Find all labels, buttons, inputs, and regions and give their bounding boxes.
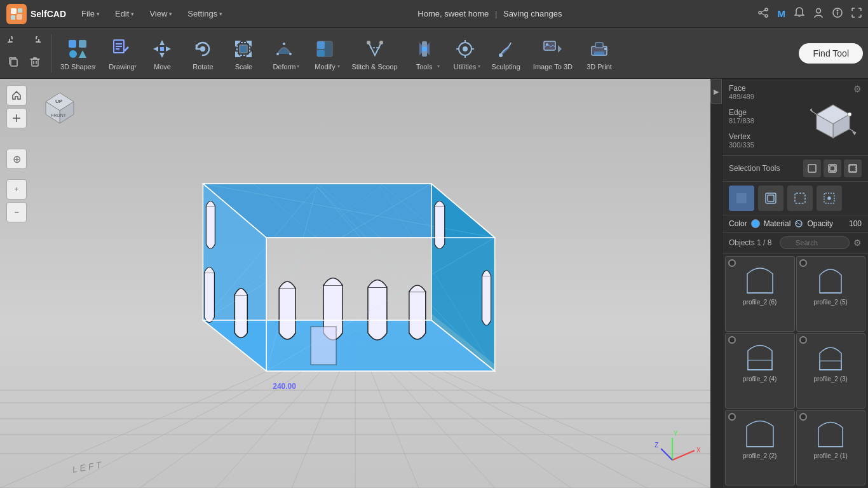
select-vertex-icon[interactable] xyxy=(844,159,862,177)
tool-3d-shapes[interactable]: 3D Shapes ▾ xyxy=(54,34,101,73)
svg-rect-1 xyxy=(18,8,22,13)
tool-utilities[interactable]: Utilities ▾ xyxy=(445,34,485,73)
user-icon[interactable] xyxy=(813,7,824,21)
copy-button[interactable] xyxy=(5,55,22,72)
edge-item: Edge 817/838 xyxy=(729,108,754,125)
panel-toggle[interactable]: ▶ xyxy=(710,79,722,104)
tool-deform[interactable]: Deform ▾ xyxy=(264,34,304,73)
material-label: Material xyxy=(764,219,791,228)
fullscreen-icon[interactable] xyxy=(851,8,862,20)
svg-point-134 xyxy=(828,197,831,200)
viewport-bg: LEFT 240.00 X Y Z xyxy=(0,79,710,488)
tool-modify[interactable]: Modify ▾ xyxy=(304,34,345,73)
object-select-1 xyxy=(728,259,736,267)
3d-shapes-icon xyxy=(65,36,90,62)
svg-text:X: X xyxy=(696,447,701,454)
tool-tools[interactable]: Tools ▾ xyxy=(404,34,445,73)
object-thumb-6[interactable]: profile_2 (1) xyxy=(796,410,866,485)
tool-move-label: Move xyxy=(154,63,171,71)
tool-move[interactable]: Move xyxy=(142,34,182,73)
selection-icons xyxy=(803,159,862,177)
tool-image-to-3d[interactable]: Image To 3D xyxy=(527,34,579,73)
app-name: SelfCAD xyxy=(31,9,66,19)
tool-utilities-label: Utilities xyxy=(454,63,476,71)
cube-gizmo[interactable]: UP FRONT xyxy=(34,85,85,139)
objects-settings-icon[interactable]: ⚙ xyxy=(853,238,862,248)
tool-sculpting-label: Sculpting xyxy=(492,63,520,71)
deform-icon xyxy=(271,36,297,62)
logo-area: SelfCAD xyxy=(6,4,66,24)
svg-rect-128 xyxy=(850,165,856,172)
center-view-button[interactable] xyxy=(6,108,27,128)
modify-icon xyxy=(312,36,337,62)
face-value: 489/489 xyxy=(729,93,754,100)
panel-settings-icon[interactable]: ⚙ xyxy=(853,84,862,94)
menu-edit[interactable]: Edit ▾ xyxy=(109,6,140,21)
color-dot[interactable] xyxy=(751,219,760,228)
delete-button[interactable] xyxy=(27,55,43,72)
info-icon[interactable] xyxy=(832,8,843,20)
object-preview-3 xyxy=(735,336,785,374)
svg-rect-124 xyxy=(808,165,816,172)
object-label-3: profile_2 (4) xyxy=(743,376,776,383)
svg-marker-121 xyxy=(810,108,813,112)
find-tool-button[interactable]: Find Tool xyxy=(799,43,863,64)
tool-drawing[interactable]: Drawing ▾ xyxy=(101,34,142,73)
bounding-mode[interactable] xyxy=(787,186,813,211)
solid-mode[interactable] xyxy=(729,186,754,211)
vertex-item: Vertex 300/335 xyxy=(729,132,754,149)
tool-3d-print[interactable]: 3D Print xyxy=(579,34,620,73)
svg-point-46 xyxy=(422,46,427,51)
menu-settings[interactable]: Settings ▾ xyxy=(181,6,229,21)
svg-text:Y: Y xyxy=(674,430,678,437)
svg-point-119 xyxy=(848,112,851,116)
wireframe-mode[interactable] xyxy=(758,186,783,211)
svg-rect-141 xyxy=(820,361,841,370)
tool-scale[interactable]: Scale xyxy=(223,34,264,73)
menu-view[interactable]: View ▾ xyxy=(143,6,179,21)
face-item: Face 489/489 xyxy=(729,84,754,100)
object-select-2 xyxy=(799,259,807,267)
viewport-controls xyxy=(6,85,27,128)
search-input[interactable] xyxy=(780,236,850,249)
point-mode[interactable] xyxy=(817,186,842,211)
object-thumb-3[interactable]: profile_2 (4) xyxy=(725,333,795,409)
svg-marker-28 xyxy=(166,46,171,51)
svg-text:Z: Z xyxy=(654,442,658,449)
right-panel: Face 489/489 Edge 817/838 Vertex 300/335… xyxy=(722,79,868,488)
tool-rotate[interactable]: Rotate xyxy=(182,34,223,73)
top-menubar: SelfCAD File ▾ Edit ▾ View ▾ Settings ▾ … xyxy=(0,0,868,28)
redo-button[interactable] xyxy=(27,35,43,52)
object-thumb-4[interactable]: profile_2 (3) xyxy=(796,333,866,409)
object-thumb-2[interactable]: profile_2 (5) xyxy=(796,256,866,332)
bell-icon[interactable] xyxy=(794,7,804,21)
viewport[interactable]: LEFT 240.00 X Y Z xyxy=(0,79,710,488)
svg-line-8 xyxy=(761,13,765,15)
svg-rect-58 xyxy=(595,43,603,48)
menu-file[interactable]: File ▾ xyxy=(75,6,106,21)
edge-value: 817/838 xyxy=(729,117,754,125)
tool-modify-label: Modify xyxy=(315,63,335,71)
rotate-icon xyxy=(190,36,215,62)
object-thumb-5[interactable]: profile_2 (2) xyxy=(725,410,795,485)
object-select-3 xyxy=(728,336,736,344)
svg-marker-26 xyxy=(159,53,165,58)
fev-section: Face 489/489 Edge 817/838 Vertex 300/335… xyxy=(722,79,868,156)
undo-button[interactable] xyxy=(5,35,22,52)
select-edge-icon[interactable] xyxy=(824,159,841,177)
tool-stitch-scoop[interactable]: Stitch & Scoop xyxy=(345,34,403,73)
zoom-out-button[interactable]: − xyxy=(6,202,27,222)
zoom-button[interactable]: + xyxy=(6,179,27,200)
m-icon[interactable]: M xyxy=(778,8,786,19)
pan-button[interactable]: ⊕ xyxy=(6,149,27,169)
object-thumb-1[interactable]: profile_2 (6) xyxy=(725,256,795,332)
object-preview-6 xyxy=(805,413,856,451)
svg-rect-126 xyxy=(830,166,835,171)
share-icon[interactable] xyxy=(757,8,769,20)
tool-3d-shapes-label: 3D Shapes xyxy=(60,63,95,71)
home-view-button[interactable] xyxy=(6,85,27,105)
select-face-icon[interactable] xyxy=(803,159,821,177)
svg-point-9 xyxy=(817,8,821,13)
svg-rect-129 xyxy=(736,193,747,203)
tool-sculpting[interactable]: Sculpting xyxy=(485,34,527,73)
